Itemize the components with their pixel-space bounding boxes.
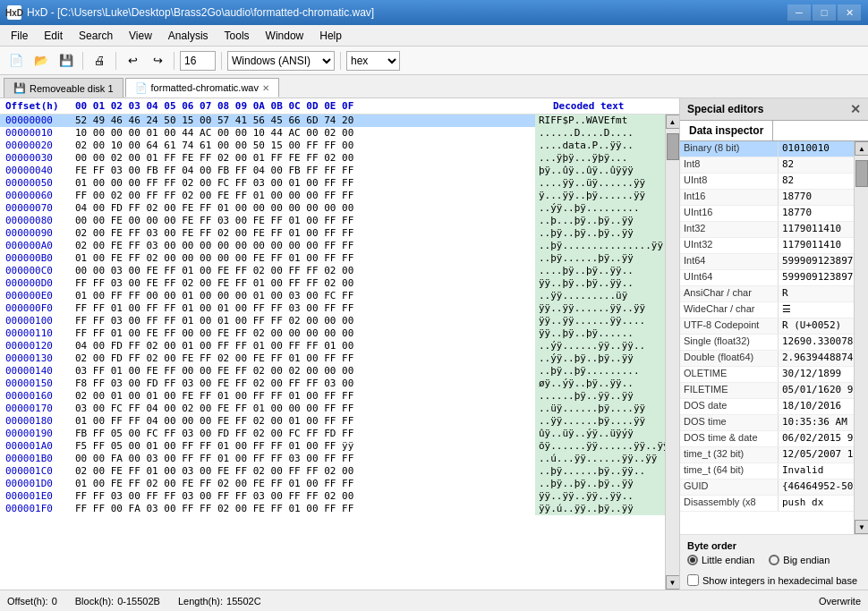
inspector-row[interactable]: Int64 59990912389799... [680, 254, 854, 270]
inspector-row[interactable]: GUID {46464952-5024-... [680, 479, 854, 496]
table-row[interactable]: 000001F0 FF FF 00 FA 03 00 FF FF 02 00 F… [0, 503, 665, 515]
menu-window[interactable]: Window [259, 28, 311, 44]
hex-bytes[interactable]: F5 FF 05 00 01 00 FF FF 01 00 FF FF 01 0… [72, 440, 535, 453]
little-endian-option[interactable]: Little endian [687, 555, 754, 565]
hex-bytes[interactable]: FE FF 03 00 FB FF 04 00 FB FF 04 00 FB F… [72, 165, 535, 177]
print-button[interactable]: 🖨 [89, 50, 110, 72]
inspector-row[interactable]: WideChar / char ☰ [680, 302, 854, 318]
inspector-row[interactable]: UTF-8 Codepoint R (U+0052) [680, 318, 854, 335]
inspector-row[interactable]: Single (float32) 12690.33007812... [680, 335, 854, 351]
hex-bytes[interactable]: F8 FF 03 00 FD FF 03 00 FE FF 02 00 FF F… [72, 378, 535, 390]
redo-button[interactable]: ↪ [147, 50, 168, 72]
table-row[interactable]: 00000000 52 49 46 46 24 50 15 00 57 41 5… [0, 115, 665, 127]
show-hex-checkbox[interactable] [687, 574, 699, 586]
minimize-button[interactable]: ─ [787, 4, 811, 21]
hex-bytes[interactable]: 02 00 FE FF 03 00 00 00 00 00 00 00 00 0… [72, 240, 535, 252]
hex-bytes[interactable]: 01 00 FF FF 00 00 01 00 00 00 01 00 03 0… [72, 290, 535, 302]
table-row[interactable]: 00000030 00 00 02 00 01 FF FE FF 02 00 0… [0, 152, 665, 165]
inspector-row[interactable]: Disassembly (x8 push dx [680, 496, 854, 512]
hex-bytes[interactable]: 02 00 FE FF 03 00 FE FF 02 00 FE FF 01 0… [72, 227, 535, 240]
table-row[interactable]: 00000110 FF FF 01 00 FE FF 00 00 FE FF 0… [0, 327, 665, 340]
hex-bytes[interactable]: 00 00 03 00 FE FF 01 00 FE FF 02 00 FF F… [72, 265, 535, 277]
inspector-table[interactable]: Binary (8 bit) 01010010 Int8 82 UInt8 82… [680, 141, 854, 534]
menu-view[interactable]: View [122, 28, 159, 44]
menu-tools[interactable]: Tools [217, 28, 257, 44]
close-button[interactable]: ✕ [838, 4, 861, 21]
scroll-thumb[interactable] [667, 133, 679, 160]
table-row[interactable]: 00000090 02 00 FE FF 03 00 FE FF 02 00 F… [0, 227, 665, 240]
menu-analysis[interactable]: Analysis [161, 28, 216, 44]
table-row[interactable]: 000001B0 00 00 FA 00 03 00 FF FF 01 00 F… [0, 453, 665, 465]
table-row[interactable]: 00000100 FF FF 03 00 FF FF 01 00 01 00 F… [0, 315, 665, 327]
hex-scroll-area[interactable]: 00000000 52 49 46 46 24 50 15 00 57 41 5… [0, 115, 665, 590]
inspector-row[interactable]: UInt8 82 [680, 174, 854, 190]
special-editors-close-button[interactable]: ✕ [850, 102, 861, 116]
encoding-select[interactable]: Windows (ANSI) [227, 51, 335, 71]
view-select[interactable]: hex [346, 51, 400, 71]
hex-bytes[interactable]: 01 00 FE FF 02 00 FE FF 02 00 FE FF 01 0… [72, 478, 535, 490]
table-row[interactable]: 000001D0 01 00 FE FF 02 00 FE FF 02 00 F… [0, 478, 665, 490]
hex-bytes[interactable]: 00 00 02 00 01 FF FE FF 02 00 01 FF FE F… [72, 152, 535, 165]
hex-bytes[interactable]: 01 00 FF FF 04 00 00 00 FE FF 02 00 01 0… [72, 415, 535, 428]
hex-bytes[interactable]: 10 00 00 00 01 00 44 AC 00 00 10 44 AC 0… [72, 127, 535, 140]
inspector-scroll-up[interactable]: ▲ [855, 141, 868, 156]
table-row[interactable]: 00000120 04 00 FD FF 02 00 01 00 FF FF 0… [0, 340, 665, 352]
table-row[interactable]: 00000160 02 00 01 00 01 00 FE FF 01 00 F… [0, 390, 665, 403]
table-row[interactable]: 000001E0 FF FF 03 00 FF FF 03 00 FF FF 0… [0, 490, 665, 503]
inspector-row[interactable]: time_t (64 bit) Invalid [680, 463, 854, 479]
hex-bytes[interactable]: FF FF 01 00 FE FF 00 00 FE FF 02 00 00 0… [72, 327, 535, 340]
maximize-button[interactable]: □ [813, 4, 836, 21]
table-row[interactable]: 000000E0 01 00 FF FF 00 00 01 00 00 00 0… [0, 290, 665, 302]
hex-bytes[interactable]: FF FF 03 00 FF FF 01 00 01 00 FF FF 02 0… [72, 315, 535, 327]
hex-bytes[interactable]: FF FF 00 FA 03 00 FF FF 02 00 FE FF 01 0… [72, 503, 535, 515]
inspector-row[interactable]: UInt32 1179011410 [680, 238, 854, 254]
save-button[interactable]: 💾 [55, 50, 77, 72]
inspector-row[interactable]: time_t (32 bit) 12/05/2007 11:1... [680, 447, 854, 463]
menu-file[interactable]: File [4, 28, 35, 44]
hex-bytes[interactable]: FF FF 03 00 FE FF 02 00 FE FF 01 00 FF F… [72, 277, 535, 290]
table-row[interactable]: 00000010 10 00 00 00 01 00 44 AC 00 00 1… [0, 127, 665, 140]
table-row[interactable]: 00000050 01 00 00 00 FF FF 02 00 FC FF 0… [0, 177, 665, 190]
menu-edit[interactable]: Edit [37, 28, 70, 44]
table-row[interactable]: 00000150 F8 FF 03 00 FD FF 03 00 FE FF 0… [0, 378, 665, 390]
title-bar-controls[interactable]: ─ □ ✕ [787, 4, 861, 21]
inspector-row[interactable]: Int32 1179011410 [680, 222, 854, 238]
menu-help[interactable]: Help [312, 28, 349, 44]
table-row[interactable]: 00000020 02 00 10 00 64 61 74 61 00 00 5… [0, 140, 665, 152]
table-row[interactable]: 00000080 00 00 FE 00 00 00 FE FF 03 00 F… [0, 215, 665, 227]
undo-button[interactable]: ↩ [122, 50, 143, 72]
table-row[interactable]: 000000C0 00 00 03 00 FE FF 01 00 FE FF 0… [0, 265, 665, 277]
hex-bytes[interactable]: 04 00 FD FF 02 00 FE FF 01 00 00 00 00 0… [72, 202, 535, 215]
table-row[interactable]: 00000040 FE FF 03 00 FB FF 04 00 FB FF 0… [0, 165, 665, 177]
little-endian-radio[interactable] [687, 555, 698, 565]
tab-wav-file[interactable]: 📄 formatted-chromatic.wav ✕ [125, 78, 279, 98]
table-row[interactable]: 00000140 03 FF 01 00 FE FF 00 00 FE FF 0… [0, 365, 665, 378]
inspector-scroll-track[interactable] [855, 156, 868, 520]
hex-bytes[interactable]: FB FF 05 00 FC FF 03 00 FD FF 02 00 FC F… [72, 428, 535, 440]
inspector-row[interactable]: Double (float64) 2.96394488744... [680, 351, 854, 367]
hex-bytes[interactable]: FF FF 03 00 FF FF 03 00 FF FF 03 00 FF F… [72, 490, 535, 503]
scroll-track[interactable] [666, 129, 680, 575]
menu-search[interactable]: Search [72, 28, 120, 44]
inspector-row[interactable]: UInt64 59990912389799... [680, 270, 854, 286]
inspector-row[interactable]: Int16 18770 [680, 190, 854, 206]
hex-bytes[interactable]: 02 00 01 00 01 00 FE FF 01 00 FF FF 01 0… [72, 390, 535, 403]
table-row[interactable]: 000001C0 02 00 FE FF 01 00 03 00 FE FF 0… [0, 465, 665, 478]
table-row[interactable]: 00000060 FF 00 02 00 FF FF 02 00 FE FF 0… [0, 190, 665, 202]
inspector-row[interactable]: OLETIME 30/12/1899 [680, 367, 854, 383]
hex-bytes[interactable]: 02 00 FE FF 01 00 03 00 FE FF 02 00 FF F… [72, 465, 535, 478]
inspector-row[interactable]: DOS date 18/10/2016 [680, 399, 854, 415]
big-endian-radio[interactable] [769, 555, 779, 565]
table-row[interactable]: 000000D0 FF FF 03 00 FE FF 02 00 FE FF 0… [0, 277, 665, 290]
hex-bytes[interactable]: 01 00 00 00 FF FF 02 00 FC FF 03 00 01 0… [72, 177, 535, 190]
table-row[interactable]: 00000130 02 00 FD FF 02 00 FE FF 02 00 F… [0, 352, 665, 365]
table-row[interactable]: 00000170 03 00 FC FF 04 00 02 00 FE FF 0… [0, 403, 665, 415]
table-row[interactable]: 000000B0 01 00 FE FF 02 00 00 00 00 00 F… [0, 252, 665, 265]
hex-bytes[interactable]: 04 00 FD FF 02 00 01 00 FF FF 01 00 FF F… [72, 340, 535, 352]
table-row[interactable]: 00000190 FB FF 05 00 FC FF 03 00 FD FF 0… [0, 428, 665, 440]
inspector-row[interactable]: DOS time & date 06/02/2015 9:10... [680, 431, 854, 447]
hex-bytes[interactable]: 00 00 FA 00 03 00 FF FF 01 00 FF FF 03 0… [72, 453, 535, 465]
inspector-scroll-thumb[interactable] [855, 160, 868, 187]
scroll-down-button[interactable]: ▼ [666, 575, 680, 590]
table-row[interactable]: 00000070 04 00 FD FF 02 00 FE FF 01 00 0… [0, 202, 665, 215]
